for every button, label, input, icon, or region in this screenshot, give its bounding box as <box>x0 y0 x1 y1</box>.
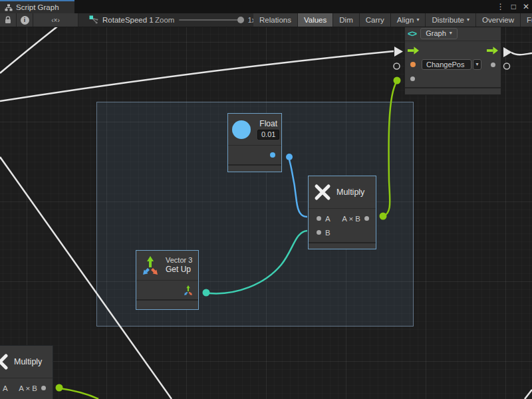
multiply-x-icon <box>0 353 9 370</box>
graph-toolbar: i ‹×› RotateSpeed 1 Zoom 1x Relations Va… <box>0 13 532 27</box>
tab-script-graph[interactable]: Script Graph <box>0 0 74 13</box>
variable-name-port[interactable] <box>410 62 416 67</box>
flow-in-triangle-port <box>394 47 403 57</box>
unity-script-graph-window: { "window": { "tab_title": "Script Graph… <box>0 0 532 399</box>
window-controls: ⋮ □ ✕ <box>497 0 529 13</box>
dim-label: Dim <box>339 16 352 24</box>
vector3-axes-icon <box>140 255 160 276</box>
multiply-input-a-port[interactable] <box>317 216 321 221</box>
wire-white-topleft <box>0 27 57 73</box>
wire-cap-changepos-input <box>394 77 401 84</box>
multiply-node-footer <box>309 242 376 248</box>
zoom-slider[interactable] <box>179 19 243 21</box>
wire-white-to-graph-node <box>0 51 394 101</box>
multiply-row-a: A A × B <box>309 211 376 225</box>
distribute-label: Distribute <box>432 16 464 24</box>
wire-white-corner <box>525 390 532 399</box>
lock-button[interactable] <box>0 13 17 27</box>
multiply-node-title: Multiply <box>336 188 364 197</box>
multiply2-output-port[interactable] <box>41 386 46 390</box>
multiply2-node-header: Multiply <box>0 346 53 378</box>
multiply2-node-body: A A × B <box>0 378 53 398</box>
float-node-footer <box>228 164 281 172</box>
graph-node-footer <box>405 87 501 94</box>
overview-button[interactable]: Overview <box>476 13 521 27</box>
chevron-down-icon: ▾ <box>416 17 419 23</box>
node-float[interactable]: Float 0.01 <box>227 113 282 172</box>
graph-breadcrumb[interactable]: RotateSpeed 1 <box>85 13 158 27</box>
flow-out-arrow-icon[interactable] <box>487 47 498 55</box>
menu-icon[interactable]: ⋮ <box>497 0 505 13</box>
value-input-port[interactable] <box>410 76 415 81</box>
node-multiply[interactable]: Multiply A A × B B <box>308 176 376 249</box>
code-icon: <> <box>408 29 416 39</box>
multiply-output-port[interactable] <box>364 216 369 221</box>
maximize-icon[interactable]: □ <box>511 0 516 13</box>
getup-node-subtitle: Get Up <box>166 265 192 275</box>
graph-breadcrumb-label: RotateSpeed 1 <box>102 16 154 24</box>
multiply-x-icon <box>314 184 331 201</box>
values-button[interactable]: Values <box>298 13 333 27</box>
chevron-down-icon: ▾ <box>450 31 452 36</box>
multiply-input-b-port[interactable] <box>317 230 321 235</box>
flow-out-triangle-port <box>503 47 512 57</box>
graph-node-header: <> Graph ▾ <box>405 26 501 41</box>
multiply-output-label: A × B <box>342 215 360 223</box>
variable-dropdown-button[interactable]: ▾ <box>473 59 481 70</box>
graph-hierarchy-icon <box>5 4 13 11</box>
variable-out-port[interactable] <box>491 63 495 67</box>
multiply2-node-title: Multiply <box>14 357 42 366</box>
carry-label: Carry <box>366 16 384 24</box>
code-view-button[interactable]: ‹×› <box>33 13 78 27</box>
float-type-icon <box>232 120 251 139</box>
relations-button[interactable]: Relations <box>253 13 298 27</box>
full-screen-button[interactable]: Full Screen <box>521 13 532 27</box>
chevron-down-icon: ▾ <box>475 62 478 67</box>
code-toggle-icon: ‹×› <box>51 17 60 24</box>
dim-button[interactable]: Dim <box>333 13 359 27</box>
float-output-port[interactable] <box>270 152 275 158</box>
relations-label: Relations <box>259 16 291 24</box>
flow-in-arrow-icon[interactable] <box>408 47 419 55</box>
graph-canvas[interactable]: Float 0.01 Multiply A A × B <box>0 27 532 399</box>
graph-variable-row: ChangePos ▾ <box>405 57 501 72</box>
float-node-title: Float <box>259 119 277 128</box>
align-button[interactable]: Align▾ <box>391 13 426 27</box>
multiply-node-header: Multiply <box>309 176 376 209</box>
close-icon[interactable]: ✕ <box>523 0 529 13</box>
overview-label: Overview <box>482 16 514 24</box>
tab-bar: Script Graph ⋮ □ ✕ <box>0 0 532 13</box>
toolbar-right-group: Relations Values Dim Carry Align▾ Distri… <box>253 13 532 27</box>
value-out-circle-port <box>504 63 510 69</box>
wire-bottom-multiply-output <box>60 388 98 399</box>
vector3-output-port[interactable] <box>183 285 194 296</box>
wire-cap-bottom-multiply-output <box>56 384 63 392</box>
values-label: Values <box>304 16 327 24</box>
multiply-node-body: A A × B B <box>309 209 376 242</box>
node-vector3-getup[interactable]: Vector 3 Get Up <box>136 250 199 310</box>
align-label: Align <box>397 16 414 24</box>
info-button[interactable]: i <box>17 13 33 27</box>
graph-scope-dropdown[interactable]: Graph ▾ <box>420 28 458 39</box>
tab-title: Script Graph <box>16 3 59 11</box>
multiply2-output-label: A × B <box>19 384 37 392</box>
info-icon: i <box>21 16 29 25</box>
vector3-node-header: Vector 3 Get Up <box>136 251 198 281</box>
float-value-field[interactable]: 0.01 <box>257 130 279 140</box>
graph-node-icon <box>89 15 98 25</box>
graph-value-row <box>405 72 501 85</box>
zoom-label: Zoom <box>155 16 174 24</box>
distribute-button[interactable]: Distribute▾ <box>426 13 476 27</box>
node-set-variable[interactable]: <> Graph ▾ ChangePos ▾ <box>404 25 501 95</box>
float-node-header: Float 0.01 <box>228 114 281 146</box>
full-screen-label: Full Screen <box>527 16 532 24</box>
toolbar-left-group: i ‹×› <box>0 13 78 27</box>
zoom-slider-knob[interactable] <box>237 17 244 23</box>
carry-button[interactable]: Carry <box>360 13 391 27</box>
vector3-output-row <box>136 281 198 299</box>
graph-scope-label: Graph <box>426 29 446 37</box>
vector3-node-footer <box>136 299 198 307</box>
variable-name-dropdown[interactable]: ChangePos <box>422 59 471 70</box>
node-multiply-bottom[interactable]: Multiply A A × B <box>0 345 53 399</box>
multiply-row-b: B <box>309 225 376 239</box>
